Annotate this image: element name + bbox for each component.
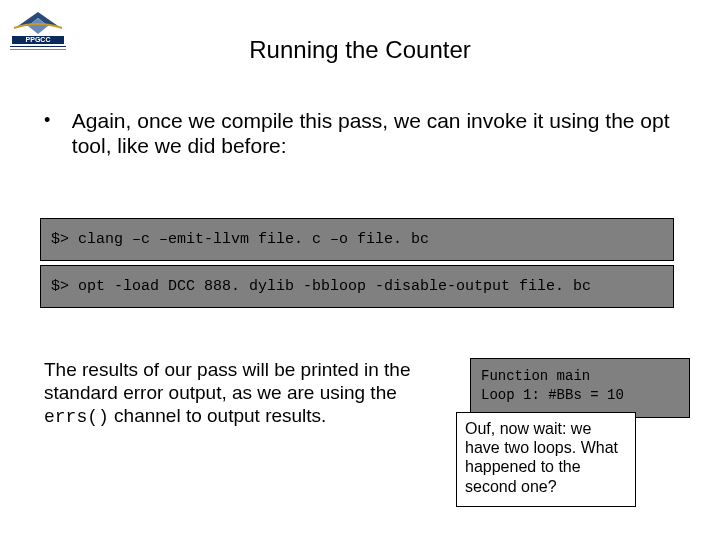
body-text-pre: The results of our pass will be printed … xyxy=(44,359,410,403)
bullet-marker: • xyxy=(44,108,66,132)
shell-command: opt -load DCC 888. dylib -bbloop -disabl… xyxy=(78,278,591,295)
code-block-clang: $> clang –c –emit-llvm file. c –o file. … xyxy=(40,218,674,261)
callout-note: Ouf, now wait: we have two loops. What h… xyxy=(456,412,636,507)
output-line-2: Loop 1: #BBs = 10 xyxy=(481,387,624,403)
body-text-post: channel to output results. xyxy=(109,405,327,426)
shell-prompt: $> xyxy=(51,278,78,295)
slide-title: Running the Counter xyxy=(0,36,720,64)
shell-prompt: $> xyxy=(51,231,78,248)
code-block-opt: $> opt -load DCC 888. dylib -bbloop -dis… xyxy=(40,265,674,308)
shell-command: clang –c –emit-llvm file. c –o file. bc xyxy=(78,231,429,248)
output-block: Function main Loop 1: #BBs = 10 xyxy=(470,358,690,418)
code-inline-errs: errs() xyxy=(44,407,109,427)
slide: PPGCC Running the Counter • Again, once … xyxy=(0,0,720,540)
body-paragraph: The results of our pass will be printed … xyxy=(44,358,424,429)
output-line-1: Function main xyxy=(481,368,590,384)
bullet-text: Again, once we compile this pass, we can… xyxy=(72,108,672,158)
bullet-item: • Again, once we compile this pass, we c… xyxy=(44,108,684,158)
